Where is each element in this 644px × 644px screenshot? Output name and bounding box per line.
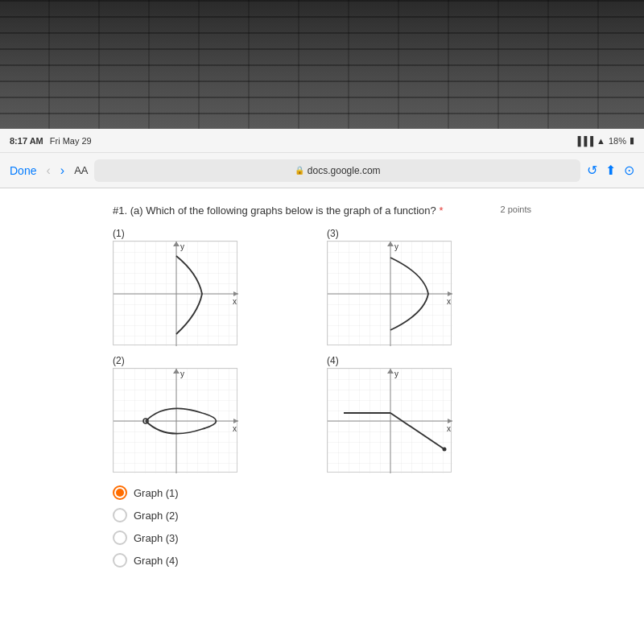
graph-item-2: (2) x y (113, 355, 317, 473)
done-button[interactable]: Done (10, 164, 36, 177)
graph-item-1: (1) x (113, 228, 317, 345)
reader-view-button[interactable]: AA (74, 164, 88, 176)
points-badge: 2 points (500, 204, 531, 214)
graph-canvas-1: x y (113, 241, 237, 345)
radio-graph-1[interactable] (113, 485, 127, 500)
answer-options: Graph (1) Graph (2) Graph (3) Graph (4) (113, 485, 531, 568)
svg-text:y: y (180, 242, 184, 251)
browser-toolbar: Done ‹ › AA 🔒 docs.google.com ↺ ⬆ ⊙ (0, 153, 644, 188)
nav-arrows: ‹ › (43, 162, 68, 180)
toolbar-right: ↺ ⬆ ⊙ (587, 163, 634, 178)
svg-text:x: x (233, 297, 237, 306)
wifi-icon: ▲ (597, 136, 605, 146)
battery-text: 18% (609, 136, 626, 146)
question-text: #1. (a) Which of the following graphs be… (113, 204, 493, 217)
status-time: 8:17 AM (10, 136, 43, 146)
svg-text:x: x (233, 424, 237, 433)
graph-canvas-3: x y (327, 241, 452, 345)
graph-label-2: (2) (113, 355, 317, 366)
graph-label-1: (1) (113, 228, 317, 239)
option-graph-2[interactable]: Graph (2) (113, 508, 531, 522)
question-header: #1. (a) Which of the following graphs be… (113, 204, 531, 217)
status-right: ▐▐▐ ▲ 18% ▮ (575, 135, 634, 146)
ceiling-background (0, 0, 644, 129)
status-bar: 8:17 AM Fri May 29 ▐▐▐ ▲ 18% ▮ (0, 129, 644, 153)
option-graph-1[interactable]: Graph (1) (113, 485, 531, 500)
url-text: docs.google.com (308, 165, 381, 176)
option-label-graph-1: Graph (1) (134, 487, 179, 499)
radio-inner-graph-1 (116, 489, 124, 497)
battery-icon: ▮ (630, 135, 634, 146)
radio-graph-3[interactable] (113, 530, 127, 545)
radio-graph-2[interactable] (113, 508, 127, 522)
status-date: Fri May 29 (50, 136, 92, 146)
option-graph-3[interactable]: Graph (3) (113, 530, 531, 545)
share-button[interactable]: ⬆ (605, 163, 616, 178)
signal-icon: ▐▐▐ (575, 136, 593, 146)
radio-graph-4[interactable] (113, 553, 127, 568)
option-label-graph-3: Graph (3) (134, 532, 179, 544)
svg-text:x: x (447, 297, 451, 306)
svg-point-31 (443, 448, 447, 452)
graph-canvas-2: x y (113, 368, 237, 473)
option-graph-4[interactable]: Graph (4) (113, 553, 531, 568)
lock-icon: 🔒 (295, 166, 304, 175)
graph-item-3: (3) x y (327, 228, 531, 345)
svg-text:y: y (394, 242, 398, 251)
svg-text:y: y (180, 369, 184, 378)
url-bar[interactable]: 🔒 docs.google.com (94, 159, 580, 182)
forward-button[interactable]: › (57, 162, 68, 180)
svg-text:x: x (447, 424, 451, 433)
graph-label-4: (4) (327, 355, 531, 366)
content-area: #1. (a) Which of the following graphs be… (0, 188, 644, 644)
reload-button[interactable]: ↺ (587, 163, 597, 178)
graphs-grid: (1) x (113, 228, 531, 473)
svg-text:y: y (394, 369, 398, 378)
required-marker: * (439, 204, 443, 217)
bookmark-button[interactable]: ⊙ (624, 163, 634, 178)
back-button[interactable]: ‹ (43, 162, 53, 180)
graph-item-4: (4) x y (327, 355, 531, 473)
graph-canvas-4: x y (327, 368, 452, 473)
graph-label-3: (3) (327, 228, 531, 239)
option-label-graph-2: Graph (2) (134, 510, 179, 522)
option-label-graph-4: Graph (4) (134, 555, 179, 567)
